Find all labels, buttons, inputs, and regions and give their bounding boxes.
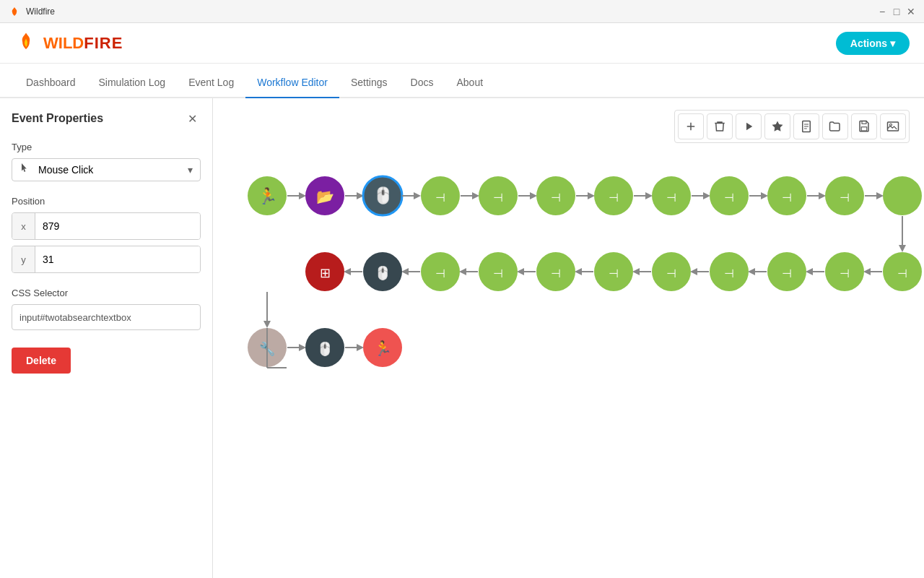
type-select-wrapper: Mouse Click ▾ <box>12 158 201 181</box>
flame-icon <box>14 32 38 55</box>
title-bar: Wildfire − □ ✕ <box>0 0 924 23</box>
image-button[interactable] <box>880 113 906 139</box>
svg-text:⊣: ⊣ <box>782 191 792 204</box>
add-icon <box>684 120 697 133</box>
save-icon <box>858 120 871 133</box>
toolbar <box>674 110 910 143</box>
type-label: Type <box>12 142 201 152</box>
svg-marker-31 <box>761 192 768 199</box>
svg-marker-7 <box>299 192 306 199</box>
close-button[interactable]: ✕ <box>907 7 915 16</box>
navigation: Dashboard Simulation Log Event Log Workf… <box>0 64 924 98</box>
svg-text:⊣: ⊣ <box>435 191 445 204</box>
workflow-canvas[interactable]: 🏃 📂 🖱️ ⊣ ⊣ <box>213 98 924 578</box>
star-button[interactable] <box>764 113 790 139</box>
svg-text:⊣: ⊣ <box>724 191 734 204</box>
svg-text:⊣: ⊣ <box>551 267 561 280</box>
delete-button[interactable]: Delete <box>12 348 71 374</box>
svg-text:🖱️: 🖱️ <box>373 186 393 205</box>
mouse-click-icon <box>19 163 32 176</box>
y-input[interactable] <box>35 246 200 272</box>
folder-icon <box>829 120 842 133</box>
svg-marker-42 <box>863 268 871 275</box>
panel-close-button[interactable]: ✕ <box>183 110 201 127</box>
svg-marker-57 <box>575 268 582 275</box>
doc-button[interactable] <box>793 113 819 139</box>
css-selector-section: CSS Selector <box>12 288 201 330</box>
svg-text:⊣: ⊣ <box>840 267 850 280</box>
nav-about[interactable]: About <box>445 77 494 98</box>
play-icon <box>742 120 755 133</box>
svg-marker-25 <box>645 192 653 199</box>
svg-text:⊣: ⊣ <box>840 191 850 204</box>
header: WILDFIRE Actions ▾ <box>0 23 924 64</box>
svg-marker-70 <box>344 268 351 275</box>
nav-dashboard[interactable]: Dashboard <box>14 77 87 98</box>
type-select[interactable]: Mouse Click ▾ <box>12 158 201 181</box>
y-coord-row: y <box>12 246 201 273</box>
svg-marker-51 <box>690 268 697 275</box>
x-coord-row: x <box>12 212 201 240</box>
svg-marker-63 <box>459 268 466 275</box>
x-label: x <box>12 213 35 239</box>
app-title: Wildfire <box>26 7 878 17</box>
svg-rect-2 <box>861 127 867 131</box>
nav-settings[interactable]: Settings <box>339 77 399 98</box>
css-input[interactable] <box>12 304 201 330</box>
svg-text:⊞: ⊞ <box>320 266 331 280</box>
position-section: Position x y <box>12 196 201 273</box>
add-button[interactable] <box>678 113 704 139</box>
image-icon <box>886 120 899 133</box>
logo: WILDFIRE <box>14 32 123 55</box>
svg-text:⊣: ⊣ <box>551 191 561 204</box>
svg-marker-28 <box>703 192 710 199</box>
svg-marker-34 <box>819 192 826 199</box>
svg-marker-45 <box>806 268 813 275</box>
svg-marker-37 <box>876 192 884 199</box>
svg-marker-19 <box>530 192 537 199</box>
window-controls: − □ ✕ <box>878 7 915 16</box>
nav-workflow-editor[interactable]: Workflow Editor <box>245 77 339 98</box>
nav-docs[interactable]: Docs <box>399 77 445 98</box>
x-input[interactable] <box>35 213 200 239</box>
svg-text:🖱️: 🖱️ <box>375 265 391 281</box>
svg-marker-54 <box>632 268 640 275</box>
svg-marker-60 <box>517 268 524 275</box>
save-button[interactable] <box>851 113 877 139</box>
delete-tool-button[interactable] <box>707 113 733 139</box>
node-green-r1-9[interactable] <box>883 176 922 215</box>
svg-marker-73 <box>263 321 271 328</box>
nav-simulation-log[interactable]: Simulation Log <box>87 77 178 98</box>
play-button[interactable] <box>736 113 762 139</box>
minimize-button[interactable]: − <box>878 7 886 16</box>
svg-marker-22 <box>588 192 595 199</box>
svg-text:🏃: 🏃 <box>374 340 392 357</box>
svg-text:⊣: ⊣ <box>609 267 619 280</box>
star-icon <box>771 120 784 133</box>
svg-marker-76 <box>299 344 306 351</box>
svg-marker-39 <box>899 245 906 252</box>
svg-text:⊣: ⊣ <box>666 191 676 204</box>
panel-header: Event Properties ✕ <box>12 110 201 127</box>
document-icon <box>800 120 813 133</box>
svg-text:⊣: ⊣ <box>435 267 445 280</box>
maximize-button[interactable]: □ <box>892 7 901 16</box>
logo-text: WILDFIRE <box>43 34 123 53</box>
svg-text:⊣: ⊣ <box>782 267 792 280</box>
actions-button[interactable]: Actions ▾ <box>836 32 910 55</box>
svg-text:⊣: ⊣ <box>609 191 619 204</box>
folder-button[interactable] <box>822 113 848 139</box>
workflow-diagram: 🏃 📂 🖱️ ⊣ ⊣ <box>227 149 924 452</box>
svg-text:⊣: ⊣ <box>493 267 503 280</box>
svg-text:⊣: ⊣ <box>493 191 503 204</box>
svg-marker-16 <box>472 192 479 199</box>
svg-text:⊣: ⊣ <box>666 267 676 280</box>
coord-fields: x y <box>12 212 201 273</box>
y-label: y <box>12 246 35 272</box>
svg-marker-13 <box>414 192 421 199</box>
nav-event-log[interactable]: Event Log <box>177 77 245 98</box>
position-label: Position <box>12 196 201 207</box>
select-arrow-icon: ▾ <box>188 164 193 176</box>
svg-rect-1 <box>862 121 866 124</box>
trash-icon <box>713 120 726 133</box>
